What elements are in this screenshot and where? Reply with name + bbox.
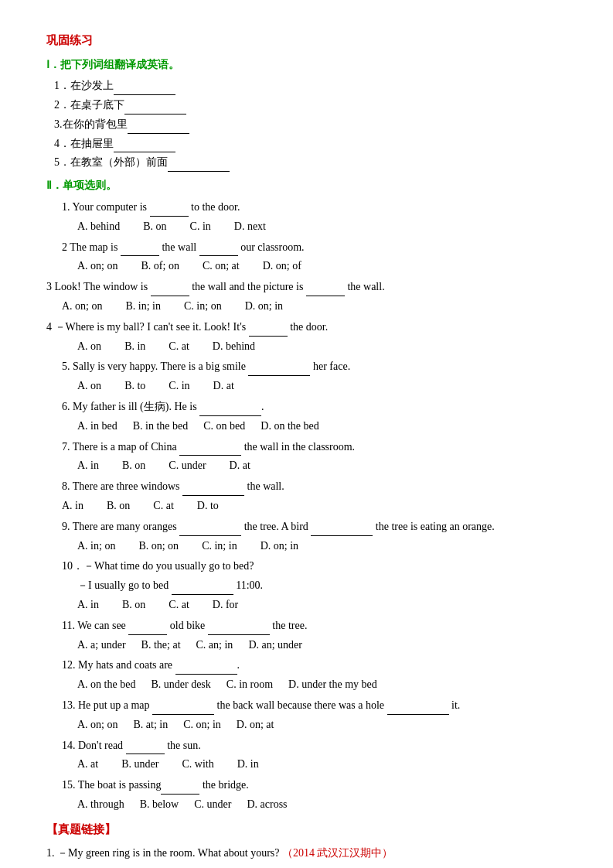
part3-title: 【真题链接】: [46, 820, 567, 840]
true-q1: 1. －My green ring is in the room. What a…: [46, 844, 567, 868]
vocab-item-1: 1．在沙发上: [46, 77, 567, 95]
part3-block: 【真题链接】 1. －My green ring is in the room.…: [46, 820, 567, 868]
question-7: 7. There is a map of China the wall in t…: [46, 438, 567, 476]
question-11: 11. We can see old bike the tree. A. a; …: [46, 617, 567, 654]
question-4: 4 －Where is my ball? I can't see it. Loo…: [46, 318, 567, 356]
vocab-item-3: 3.在你的背包里: [46, 115, 567, 134]
question-1: 1. Your computer is to the door. A. behi…: [46, 198, 567, 236]
question-5: 5. Sally is very happy. There is a big s…: [46, 357, 567, 395]
question-8: 8. There are three windows the wall. A. …: [46, 477, 567, 515]
question-12: 12. My hats and coats are . A. on the be…: [46, 656, 567, 694]
question-3: 3 Look! The window is the wall and the p…: [46, 278, 567, 316]
question-6: 6. My father is ill (生病). He is . A. in …: [46, 398, 567, 436]
part2-title: Ⅱ．单项选则。: [46, 176, 567, 195]
section-title: 巩固练习: [46, 31, 567, 51]
part2-block: Ⅱ．单项选则。 1. Your computer is to the door.…: [46, 176, 567, 814]
part1-title: Ⅰ．把下列词组翻译成英语。: [46, 56, 567, 74]
vocab-item-2: 2．在桌子底下: [46, 96, 567, 114]
question-9: 9. There are many oranges the tree. A bi…: [46, 518, 567, 555]
question-13: 13. He put up a map the back wall becaus…: [46, 696, 567, 734]
question-10: 10．－What time do you usually go to bed? …: [46, 557, 567, 613]
question-2: 2 The map is the wall our classroom. A. …: [46, 238, 567, 276]
vocab-item-5: 5．在教室（外部）前面: [46, 153, 567, 172]
vocab-item-4: 4．在抽屉里: [46, 135, 567, 153]
part1-block: Ⅰ．把下列词组翻译成英语。 1．在沙发上 2．在桌子底下 3.在你的背包里 4．…: [46, 56, 567, 173]
question-15: 15. The boat is passing the bridge. A. t…: [46, 776, 567, 814]
question-14: 14. Don't read the sun. A. atB. underC. …: [46, 736, 567, 774]
